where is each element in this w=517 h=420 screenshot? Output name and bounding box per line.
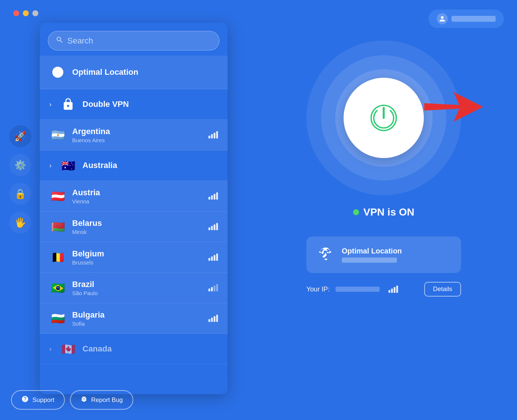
austria-flag: 🇦🇹 [49, 188, 66, 204]
ip-value [335, 287, 380, 292]
list-item-belarus[interactable]: 🇧🇾 Belarus Minsk [40, 211, 228, 242]
vpn-status-label: VPN is ON [363, 206, 414, 218]
ip-signal [388, 286, 398, 293]
belarus-text: Belarus Minsk [72, 218, 203, 235]
optimal-icon [49, 64, 66, 81]
list-item-argentina[interactable]: 🇦🇷 Argentina Buenos Aires [40, 120, 228, 150]
location-list: Optimal Location › Double VPN 🇦🇷 Argenti… [40, 56, 228, 364]
chevron-icon: › [49, 345, 52, 353]
canada-flag: 🇨🇦 [60, 340, 77, 357]
power-area [306, 41, 461, 195]
double-vpn-icon [60, 96, 77, 113]
ip-row: Your IP: Details [306, 282, 461, 297]
brazil-signal [208, 284, 218, 291]
power-button[interactable] [344, 78, 424, 158]
support-button[interactable]: Support [11, 390, 65, 410]
list-item-bulgaria[interactable]: 🇧🇬 Bulgaria Sofia [40, 303, 228, 334]
belarus-signal [208, 223, 218, 230]
canada-text: Canada [82, 344, 218, 354]
argentina-signal [208, 131, 218, 139]
optimal-location-title: Optimal Location [342, 247, 402, 255]
search-icon [56, 36, 64, 46]
chevron-icon: › [49, 162, 52, 169]
bottom-bar: Support Report Bug [0, 390, 133, 410]
optimal-location-card[interactable]: Optimal Location [306, 237, 461, 273]
australia-text: Australia [82, 161, 218, 170]
minimize-button[interactable] [23, 10, 29, 16]
status-dot [353, 209, 359, 215]
bulgaria-signal [208, 315, 218, 322]
report-bug-label: Report Bug [91, 396, 123, 404]
list-item-double-vpn[interactable]: › Double VPN [40, 89, 228, 120]
sidebar-item-security[interactable]: 🔒 [9, 183, 31, 205]
belgium-text: Belgium Brussels [72, 249, 203, 266]
support-icon [21, 395, 29, 405]
belarus-flag: 🇧🇾 [49, 218, 66, 235]
search-bar[interactable] [48, 31, 219, 50]
optimal-info: Optimal Location [342, 247, 402, 263]
austria-signal [208, 192, 218, 200]
list-item-australia[interactable]: › 🇦🇺 Australia [40, 150, 228, 181]
right-panel: VPN is ON Optimal Location Your IP: Deta… [250, 0, 517, 420]
brazil-text: Brazil São Paulo [72, 280, 203, 296]
optimal-location-label: Optimal Location [72, 67, 138, 77]
brazil-flag: 🇧🇷 [49, 279, 66, 296]
belgium-signal [208, 253, 218, 261]
list-item-canada[interactable]: › 🇨🇦 Canada [40, 334, 228, 364]
list-item-belgium[interactable]: 🇧🇪 Belgium Brussels [40, 242, 228, 273]
argentina-flag: 🇦🇷 [49, 126, 66, 143]
list-item-optimal[interactable]: Optimal Location [40, 56, 228, 89]
location-panel: Optimal Location › Double VPN 🇦🇷 Argenti… [40, 23, 228, 394]
sidebar-item-block[interactable]: 🖐 [9, 211, 31, 234]
bug-icon [80, 395, 88, 405]
double-vpn-label: Double VPN [82, 99, 129, 109]
vpn-status: VPN is ON [353, 206, 414, 218]
bulgaria-text: Bulgaria Sofia [72, 310, 203, 327]
close-button[interactable] [13, 10, 19, 16]
sidebar-item-settings[interactable]: ⚙️ [9, 154, 31, 176]
australia-flag: 🇦🇺 [60, 157, 77, 174]
chevron-icon: › [49, 101, 52, 108]
fullscreen-button[interactable] [32, 10, 38, 16]
search-input[interactable] [67, 36, 212, 46]
traffic-lights [13, 10, 38, 16]
report-bug-button[interactable]: Report Bug [70, 390, 133, 410]
ip-label: Your IP: [306, 286, 330, 293]
optimal-location-subtitle [342, 258, 397, 263]
sidebar-item-servers[interactable]: 🚀 [9, 125, 31, 147]
red-arrow [424, 92, 483, 122]
belgium-flag: 🇧🇪 [49, 249, 66, 266]
svg-marker-2 [424, 92, 483, 122]
optimal-rocket-icon [317, 245, 334, 265]
austria-text: Austria Vienna [72, 188, 203, 204]
sidebar: 🚀 ⚙️ 🔒 🖐 [0, 0, 41, 420]
argentina-text: Argentina Buenos Aires [72, 127, 203, 143]
list-item-austria[interactable]: 🇦🇹 Austria Vienna [40, 181, 228, 211]
list-item-brazil[interactable]: 🇧🇷 Brazil São Paulo [40, 273, 228, 303]
details-button[interactable]: Details [424, 282, 461, 297]
support-label: Support [32, 396, 54, 404]
bulgaria-flag: 🇧🇬 [49, 310, 66, 327]
